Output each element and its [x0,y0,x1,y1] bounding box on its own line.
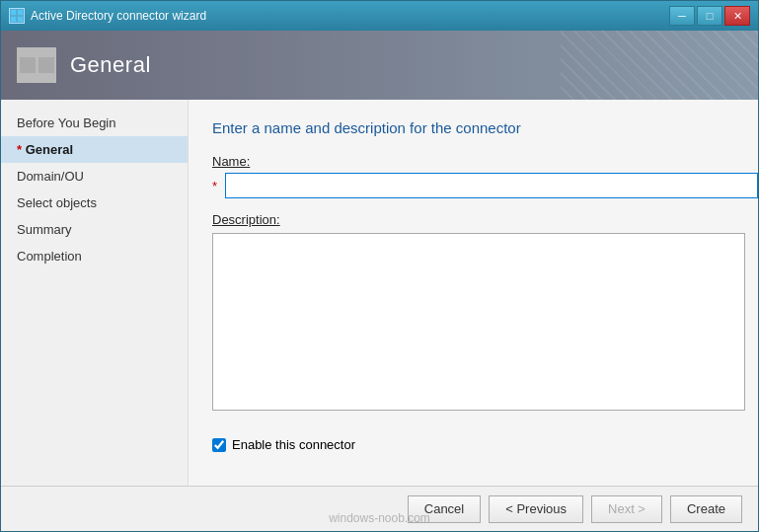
header-area: General [1,31,758,100]
title-bar-left: Active Directory connector wizard [9,8,206,24]
enable-connector-row: Enable this connector [212,437,758,452]
description-label: Description: [212,212,758,227]
minimize-button[interactable]: ─ [669,6,695,26]
sidebar-item-completion[interactable]: Completion [1,243,188,269]
required-asterisk: * [212,179,217,193]
window: Active Directory connector wizard ─ □ ✕ … [0,0,759,532]
name-form-group: Name: * [212,154,758,198]
next-button[interactable]: Next > [591,495,662,523]
close-button[interactable]: ✕ [724,6,750,26]
svg-rect-0 [11,10,16,15]
svg-rect-2 [11,17,16,22]
enable-connector-label[interactable]: Enable this connector [232,437,355,452]
svg-rect-1 [18,10,23,15]
enable-connector-checkbox[interactable] [212,438,226,452]
main-content: Before You Begin General Domain/OU Selec… [1,100,758,486]
window-title: Active Directory connector wizard [31,9,206,23]
header-title: General [70,52,151,78]
header-icon [17,47,56,83]
description-input[interactable] [212,233,745,411]
cancel-button[interactable]: Cancel [408,495,481,523]
name-input[interactable] [225,173,758,198]
create-button[interactable]: Create [670,495,742,523]
app-icon [9,8,25,24]
name-label: Name: [212,154,758,169]
restore-button[interactable]: □ [697,6,722,26]
content-heading: Enter a name and description for the con… [212,119,758,136]
title-bar: Active Directory connector wizard ─ □ ✕ [1,1,758,31]
sidebar-item-before-you-begin[interactable]: Before You Begin [1,110,188,136]
sidebar-item-select-objects[interactable]: Select objects [1,190,188,216]
footer: Cancel < Previous Next > Create windows-… [1,486,758,531]
sidebar: Before You Begin General Domain/OU Selec… [1,100,189,486]
content-panel: Enter a name and description for the con… [189,100,758,486]
sidebar-item-general[interactable]: General [1,136,188,163]
sidebar-item-domain-ou[interactable]: Domain/OU [1,163,188,190]
svg-rect-3 [18,17,23,22]
name-input-row: * [212,173,758,198]
previous-button[interactable]: < Previous [489,495,583,523]
sidebar-item-summary[interactable]: Summary [1,216,188,243]
description-form-group: Description: [212,212,758,414]
window-controls: ─ □ ✕ [669,6,750,26]
